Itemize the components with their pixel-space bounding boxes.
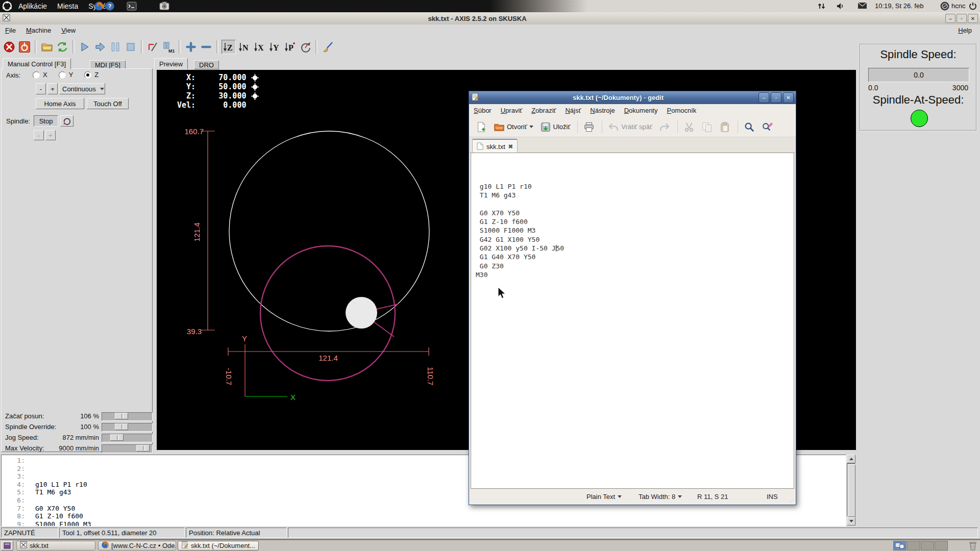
tab-manual-control[interactable]: Manual Control [F3] <box>3 58 71 69</box>
view-y-button[interactable]: Y <box>267 40 282 54</box>
user-avatar[interactable] <box>940 2 949 13</box>
clear-plot-button[interactable] <box>321 40 335 54</box>
workspace-4[interactable] <box>935 541 948 550</box>
skip-lines-button[interactable] <box>146 40 160 54</box>
open-folder-button[interactable]: Otvoriť <box>491 120 536 134</box>
help-icon[interactable]: ? <box>105 2 114 13</box>
find-replace-button[interactable] <box>759 120 775 134</box>
touch-off-button[interactable]: Touch Off <box>87 98 129 109</box>
slider-trough[interactable] <box>102 423 153 432</box>
slider-trough[interactable] <box>102 412 153 421</box>
gedit-close-button[interactable]: ✕ <box>783 92 794 103</box>
machine-power-button[interactable] <box>17 40 32 54</box>
close-button[interactable]: ✕ <box>968 14 978 23</box>
gedit-menu-pomocník[interactable]: Pomocník <box>662 104 701 117</box>
minimize-button[interactable]: – <box>945 14 955 23</box>
axis-radio-z[interactable]: Z <box>84 71 99 79</box>
slider-trough[interactable] <box>102 434 153 442</box>
slider-handle[interactable] <box>115 423 128 430</box>
workspace-2[interactable] <box>907 541 920 550</box>
trash-icon[interactable] <box>968 541 978 551</box>
spindle-plus-button[interactable]: + <box>45 130 56 140</box>
save-button[interactable]: Uložiť <box>537 120 573 134</box>
gedit-menu-dokumenty[interactable]: Dokumenty <box>620 104 663 117</box>
view-z-rotated-button[interactable]: N <box>237 40 251 54</box>
zoom-in-button[interactable] <box>184 40 198 54</box>
tab-width-select[interactable]: Tab Width: 8 <box>639 493 682 500</box>
slider-handle[interactable] <box>110 434 124 441</box>
spindle-stop-button[interactable]: Stop <box>34 115 58 127</box>
gedit-minimize-button[interactable]: – <box>758 92 769 103</box>
menu-help[interactable]: Help <box>953 24 977 37</box>
taskbar-window-1[interactable]: skk.txt <box>16 541 95 550</box>
new-document-button[interactable] <box>473 120 489 134</box>
pause-button[interactable] <box>108 40 122 54</box>
find-button[interactable] <box>741 120 757 134</box>
listing-scrollbar[interactable] <box>847 455 855 527</box>
open-file-button[interactable] <box>40 40 54 54</box>
tab-dro[interactable]: DRO <box>194 60 219 69</box>
power-icon[interactable] <box>969 2 977 12</box>
scroll-down-icon[interactable] <box>847 517 855 525</box>
firefox-icon[interactable] <box>94 2 104 13</box>
axis-radio-y[interactable]: Y <box>59 71 74 79</box>
print-button[interactable] <box>581 120 597 134</box>
maximize-button[interactable]: ▫ <box>957 14 967 23</box>
resize-grip[interactable]: ⋰ <box>790 498 794 503</box>
optional-pause-button[interactable]: M1 <box>161 40 176 54</box>
language-select[interactable]: Plain Text <box>586 493 622 500</box>
slider-handle[interactable] <box>115 413 128 419</box>
terminal-icon[interactable] <box>127 1 137 13</box>
workspace-3[interactable] <box>921 541 934 550</box>
spindle-minus-button[interactable]: - <box>34 130 44 140</box>
clock[interactable]: 10:19, St 26. feb <box>875 0 923 12</box>
scroll-up-icon[interactable] <box>847 455 855 463</box>
menu-view[interactable]: View <box>56 24 81 37</box>
x-axis-label: X <box>290 393 296 402</box>
gedit-document-tab[interactable]: skk.txt ✖ <box>472 139 518 154</box>
mail-icon[interactable] <box>857 2 867 12</box>
slider-handle[interactable] <box>136 445 150 452</box>
volume-icon[interactable] <box>836 2 845 12</box>
taskbar-window-3[interactable]: skk.txt (~/Dokument... <box>178 541 259 550</box>
tab-preview[interactable]: Preview <box>154 58 188 69</box>
gedit-text-area[interactable]: g10 L1 P1 r10 T1 M6 g43 G0 X70 Y50 G1 Z-… <box>471 153 794 489</box>
gedit-menu-nástroje[interactable]: Nástroje <box>585 104 619 117</box>
user-name[interactable]: hcnc <box>951 0 965 12</box>
estop-button[interactable] <box>2 40 16 54</box>
tab-close-icon[interactable]: ✖ <box>508 143 513 150</box>
menu-file[interactable]: File <box>0 24 21 37</box>
view-z-button[interactable]: Z <box>222 40 236 54</box>
panel-menu-miesta[interactable]: Miesta <box>52 0 83 12</box>
jog-plus-button[interactable]: + <box>47 83 58 94</box>
jog-minus-button[interactable]: - <box>36 83 46 94</box>
panel-menu-aplikácie[interactable]: Aplikácie <box>13 0 52 12</box>
show-desktop-button[interactable] <box>1 541 13 550</box>
gedit-menu-súbor[interactable]: Súbor <box>469 104 496 117</box>
gedit-maximize-button[interactable]: ▫ <box>771 92 781 103</box>
run-button[interactable] <box>78 40 92 54</box>
gedit-titlebar[interactable]: skk.txt (~/Dokumenty) - gedit – ▫ ✕ <box>469 91 796 104</box>
view-x-button[interactable]: X <box>252 40 266 54</box>
axis-titlebar[interactable]: skk.txt - AXIS 2.5.2 on SKUSKA – ▫ ✕ <box>0 12 980 25</box>
rotate-view-button[interactable] <box>298 40 312 54</box>
view-perspective-button[interactable]: P <box>283 40 297 54</box>
taskbar-window-2[interactable]: [www.C-N-C.cz • Ode... <box>98 541 176 550</box>
gedit-menu-nájsť[interactable]: Nájsť <box>560 104 585 117</box>
zoom-out-button[interactable] <box>199 40 213 54</box>
stop-program-button[interactable] <box>124 40 138 54</box>
distro-logo-icon[interactable] <box>2 1 12 13</box>
jog-mode-select[interactable]: Continuous <box>59 83 105 94</box>
spindle-brake-button[interactable] <box>60 115 74 127</box>
screenshot-icon[interactable] <box>159 1 169 13</box>
gedit-menu-upraviť[interactable]: Upraviť <box>496 104 527 117</box>
slider-trough[interactable] <box>102 444 153 453</box>
step-button[interactable] <box>93 40 107 54</box>
home-axis-button[interactable]: Home Axis <box>36 98 84 109</box>
axis-radio-x[interactable]: X <box>33 71 47 79</box>
gedit-menu-zobraziť[interactable]: Zobraziť <box>527 104 560 117</box>
network-icon[interactable] <box>817 2 826 12</box>
reload-button[interactable] <box>55 40 69 54</box>
workspace-1[interactable] <box>893 541 906 550</box>
menu-machine[interactable]: Machine <box>21 24 56 37</box>
